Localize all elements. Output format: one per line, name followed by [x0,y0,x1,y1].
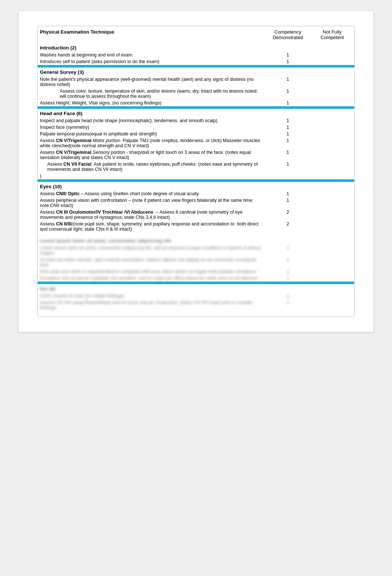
item-text: Assess color, texture, temperature of sk… [38,88,266,100]
item-text: Assess CN V/Trigeminal Sensory portion -… [38,149,266,161]
blurred-item-row: Excepteur sint occaecat cupidatat non pr… [38,275,354,282]
notfully-cell [310,190,354,197]
blurred-item-text: Lorem ipsum dolor sit amet, consectetur … [38,245,266,256]
item-text: Introduces self to patient (asks permiss… [38,58,266,65]
blurred-ear-header: Ear (8) [38,284,354,293]
blurred-item-row: Duis aute irure dolor in reprehenderit i… [38,268,354,275]
item-row: Assess Height, Weight, Vital signs, (no … [38,100,354,106]
item-row: Assess CN VII Facial: Ask patient to smi… [38,161,354,173]
blurred-item-row: CNVI: Assess to note (no visible finding… [38,293,354,299]
notfully-cell [310,221,354,232]
blurred-item-row: Assess CN VIII using Rinne/Weber test fo… [38,299,354,311]
blurred-item-row: Ut enim ad minim veniam, quis nostrud ex… [38,256,354,268]
item-text: Assess CN V/Trigeminal Motor portion- Pa… [38,137,266,149]
section-eyes-header: Eyes (10) [38,182,354,190]
score-cell: 1 [266,137,310,149]
notfully-cell [310,173,354,179]
item-text: Assess CN III Oculomotor/IV Trochlear /V… [38,209,266,221]
item-row: Assess color, texture, temperature of sk… [38,88,354,100]
score-cell: 1 [266,190,310,197]
item-text: Washes hands at beginning and end of exa… [38,52,266,58]
item-row: Palpate temporal pulses(equal in amplitu… [38,131,354,137]
notfully-cell [310,161,354,173]
notfully-cell [310,197,354,209]
item-row: Assess CNII/ Optic – Assess using Snelle… [38,190,354,197]
item-text: Assess CN VII Facial: Ask patient to smi… [38,161,266,173]
item-text: Assess CN II/III/(note pupil size, shape… [38,221,266,232]
notfully-cell [310,88,354,100]
score-cell: 1 [266,88,310,100]
blurred-item-text: Ut enim ad minim veniam, quis nostrud ex… [38,256,266,268]
header-technique: Physical Examination Technique [38,26,266,43]
section-introduction-header: Introduction (2) [38,43,354,52]
score-cell: 1 [266,197,310,209]
item-row: Assess peripheral vision with confrontat… [38,197,354,209]
blurred-item-row: Lorem ipsum dolor sit amet, consectetur … [38,245,354,256]
score-cell: 1 [266,149,310,161]
item-row: Assess CN III Oculomotor/IV Trochlear /V… [38,209,354,221]
section-divider [38,106,354,109]
score-cell: 1 [266,100,310,106]
score-cell: 2 [266,209,310,221]
notfully-cell [310,124,354,131]
item-row: Assess CN V/Trigeminal Motor portion- Pa… [38,137,354,149]
score-cell: 1 [266,124,310,131]
score-cell: 1 [266,58,310,65]
item-row: Note the patient's physical appearance (… [38,76,354,88]
item-row: ) [38,173,354,179]
score-cell [266,173,310,179]
notfully-cell [310,100,354,106]
item-text: ) [38,173,266,179]
item-row: Introduces self to patient (asks permiss… [38,58,354,65]
page: Physical Examination Technique Competenc… [19,11,373,332]
item-text: Inspect face (symmetry) [38,124,266,131]
item-text: Assess CNII/ Optic – Assess using Snelle… [38,190,266,197]
item-text: Note the patient's physical appearance (… [38,76,266,88]
section-divider [38,179,354,182]
item-text: Assess peripheral vision with confrontat… [38,197,266,209]
section-divider [38,282,354,284]
bottom-spacer [38,311,354,317]
score-cell: 1 [266,76,310,88]
score-cell: 1 [266,131,310,137]
section-divider [38,65,354,68]
blurred-item-text: Duis aute irure dolor in reprehenderit i… [38,268,266,275]
spacer-row [38,232,354,236]
notfully-cell [310,131,354,137]
item-row: Inspect and palpate head (note shape {no… [38,117,354,124]
notfully-cell [310,149,354,161]
table-header-row: Physical Examination Technique Competenc… [38,26,354,43]
header-competency: Competency Demonstrated [266,26,310,43]
notfully-cell [310,209,354,221]
item-row: Assess CN V/Trigeminal Sensory portion -… [38,149,354,161]
item-row: Assess CN II/III/(note pupil size, shape… [38,221,354,232]
blurred-item-text: CNVI: Assess to note (no visible finding… [38,293,266,299]
notfully-cell [310,117,354,124]
notfully-cell [310,58,354,65]
notfully-cell [310,52,354,58]
score-cell: 1 [266,117,310,124]
header-notfully: Not Fully Competent [310,26,354,43]
main-table: Physical Examination Technique Competenc… [38,26,354,317]
item-row: Washes hands at beginning and end of exa… [38,52,354,58]
section-head-face-header: Head and Face (6) [38,109,354,117]
score-cell: 1 [266,161,310,173]
section-general-survey-header: General Survey (3) [38,68,354,76]
notfully-cell [310,76,354,88]
item-text: Inspect and palpate head (note shape {no… [38,117,266,124]
item-row: Inspect face (symmetry) 1 [38,124,354,131]
item-text: Palpate temporal pulses(equal in amplitu… [38,131,266,137]
item-text: Assess Height, Weight, Vital signs, (no … [38,100,266,106]
blurred-section-a-header: Lorem ipsum dolor sit amet, consectetur … [38,236,354,245]
blurred-item-text: Excepteur sint occaecat cupidatat non pr… [38,275,266,282]
score-cell: 1 [266,52,310,58]
main-table-container: Physical Examination Technique Competenc… [37,26,355,317]
notfully-cell [310,137,354,149]
score-cell: 2 [266,221,310,232]
blurred-item-text: Assess CN VIII using Rinne/Weber test fo… [38,299,266,311]
